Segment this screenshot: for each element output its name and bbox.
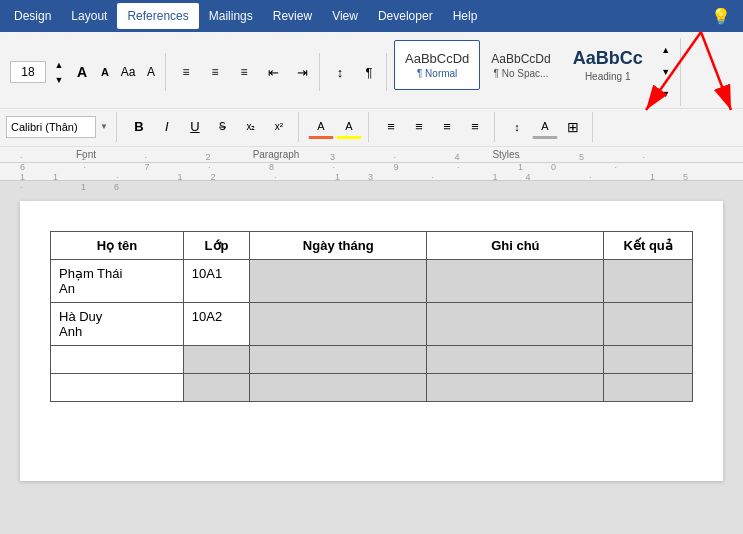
styles-scroll-down[interactable]: ▼	[656, 62, 676, 82]
styles-area: AaBbCcDd ¶ Normal AaBbCcDd ¶ No Spac... …	[390, 38, 681, 106]
ribbon-wrapper: ▲ ▼ A A Aa A ≡ ≡ ≡ ⇤ ⇥	[0, 32, 743, 163]
menu-item-developer[interactable]: Developer	[368, 3, 443, 29]
menu-bar: Design Layout References Mailings Review…	[0, 0, 743, 32]
row2-class: 10A2	[183, 303, 249, 346]
table-row	[51, 374, 693, 402]
strikethrough-btn[interactable]: S̶	[210, 115, 236, 139]
row2-name: Hà DuyAnh	[51, 303, 184, 346]
row1-result	[604, 260, 693, 303]
table-row: Hà DuyAnh 10A2	[51, 303, 693, 346]
text-effect-btn[interactable]: A	[141, 62, 161, 82]
indent-decrease-btn[interactable]: ⇤	[260, 60, 286, 84]
font-size-down-btn[interactable]: A	[95, 62, 115, 82]
style-normal-card[interactable]: AaBbCcDd ¶ Normal	[394, 40, 480, 90]
row1-note	[427, 260, 604, 303]
ruler: · 1 · 2 · 3 · 4 · 5 · 6 · 7 · 8 · 9 · 10…	[0, 163, 743, 181]
document-area: Họ tên Lớp Ngày tháng Ghi chú Kết quả Ph…	[0, 181, 743, 534]
menu-item-layout[interactable]: Layout	[61, 3, 117, 29]
align-left-btn[interactable]: ≡	[378, 115, 404, 139]
header-name: Họ tên	[51, 232, 184, 260]
row3-name	[51, 346, 184, 374]
justify-btn[interactable]: ≡	[462, 115, 488, 139]
header-result: Kết quả	[604, 232, 693, 260]
document-page: Họ tên Lớp Ngày tháng Ghi chú Kết quả Ph…	[20, 201, 723, 481]
font-size-decrease[interactable]: ▼	[49, 73, 69, 87]
header-note: Ghi chú	[427, 232, 604, 260]
align-center-btn[interactable]: ≡	[406, 115, 432, 139]
row4-name	[51, 374, 184, 402]
menu-item-help[interactable]: Help	[443, 3, 488, 29]
header-class: Lớp	[183, 232, 249, 260]
row2-date	[250, 303, 427, 346]
menu-item-references[interactable]: References	[117, 3, 198, 29]
row2-note	[427, 303, 604, 346]
subscript-btn[interactable]: x₂	[238, 115, 264, 139]
font-size-input[interactable]	[10, 61, 46, 83]
bold-btn[interactable]: B	[126, 115, 152, 139]
styles-scroll-up[interactable]: ▲	[656, 40, 676, 60]
font-name-input[interactable]	[6, 116, 96, 138]
table-header-row: Họ tên Lớp Ngày tháng Ghi chú Kết quả	[51, 232, 693, 260]
style-normal-label: ¶ Normal	[417, 68, 457, 79]
row1-class: 10A1	[183, 260, 249, 303]
menu-item-view[interactable]: View	[322, 3, 368, 29]
menu-item-mailings[interactable]: Mailings	[199, 3, 263, 29]
menu-item-review[interactable]: Review	[263, 3, 322, 29]
header-date: Ngày tháng	[250, 232, 427, 260]
style-heading1-card[interactable]: AaBbCc Heading 1	[562, 40, 654, 90]
row3-date	[250, 346, 427, 374]
row4-note	[427, 374, 604, 402]
font-size-increase[interactable]: ▲	[49, 58, 69, 72]
border-btn[interactable]: ⊞	[560, 115, 586, 139]
text-format-btn[interactable]: Aa	[118, 62, 138, 82]
line-spacing-btn[interactable]: ↕	[504, 115, 530, 139]
row1-name: Phạm TháiAn	[51, 260, 184, 303]
highlight-btn[interactable]: A	[336, 115, 362, 139]
row3-class	[183, 346, 249, 374]
font-size-up-btn[interactable]: A	[72, 62, 92, 82]
pilcrow-btn[interactable]: ¶	[356, 60, 382, 84]
style-nospace-card[interactable]: AaBbCcDd ¶ No Spac...	[480, 40, 561, 90]
style-normal-preview: AaBbCcDd	[405, 51, 469, 66]
row3-note	[427, 346, 604, 374]
style-heading1-preview: AaBbCc	[573, 48, 643, 69]
app-window: Design Layout References Mailings Review…	[0, 0, 743, 534]
italic-btn[interactable]: I	[154, 115, 180, 139]
font-size-group: ▲ ▼ A A Aa A	[6, 53, 166, 91]
superscript-btn[interactable]: x²	[266, 115, 292, 139]
list-group: ≡ ≡ ≡ ⇤ ⇥	[169, 53, 320, 91]
style-heading1-label: Heading 1	[585, 71, 631, 82]
style-nospace-preview: AaBbCcDd	[491, 52, 550, 66]
underline-btn[interactable]: U	[182, 115, 208, 139]
align-right-btn[interactable]: ≡	[434, 115, 460, 139]
row4-result	[604, 374, 693, 402]
bullet-list2-btn[interactable]: ≡	[202, 60, 228, 84]
font-name-dropdown[interactable]: ▼	[100, 122, 108, 131]
lightbulb-icon[interactable]: 💡	[711, 7, 739, 26]
row4-class	[183, 374, 249, 402]
menu-item-design[interactable]: Design	[4, 3, 61, 29]
row2-result	[604, 303, 693, 346]
data-table: Họ tên Lớp Ngày tháng Ghi chú Kết quả Ph…	[50, 231, 693, 402]
row4-date	[250, 374, 427, 402]
text-color-btn[interactable]: A	[308, 115, 334, 139]
shading-btn[interactable]: A	[532, 115, 558, 139]
sort-group: ↕ ¶	[323, 53, 387, 91]
bullet-list-btn[interactable]: ≡	[173, 60, 199, 84]
table-row	[51, 346, 693, 374]
style-nospace-label: ¶ No Spac...	[494, 68, 549, 79]
indent-increase-btn[interactable]: ⇥	[289, 60, 315, 84]
number-list-btn[interactable]: ≡	[231, 60, 257, 84]
styles-expand[interactable]: ▼	[656, 84, 676, 104]
row1-date	[250, 260, 427, 303]
row3-result	[604, 346, 693, 374]
table-row: Phạm TháiAn 10A1	[51, 260, 693, 303]
sort-btn[interactable]: ↕	[327, 60, 353, 84]
